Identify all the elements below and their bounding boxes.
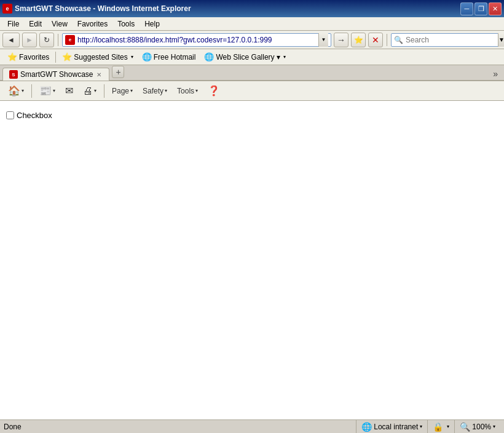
help-icon: ❓ [208,85,220,97]
menu-file[interactable]: File [2,18,24,30]
lock-icon: 🔒 [433,422,443,432]
ie-icon: e [2,4,12,14]
status-text: Done [4,423,356,431]
menu-view[interactable]: View [47,18,73,30]
url-bar-container: e ▼ [62,33,331,47]
search-go-button[interactable]: ▼ [498,33,504,47]
safety-button[interactable]: Safety ▾ [138,84,171,98]
separator2 [387,34,387,46]
favorites-star-icon: ⭐ [7,52,17,62]
home-chevron: ▾ [22,88,24,93]
url-input[interactable] [77,36,318,44]
checkbox-demo: Checkbox [6,111,498,120]
fav-suggested-sites[interactable]: ⭐ Suggested Sites ▾ [58,51,136,63]
checkbox-label: Checkbox [17,111,52,120]
home-button[interactable]: 🏠 ▾ [4,82,28,99]
suggested-sites-chevron: ▾ [131,54,133,60]
zone-dropdown[interactable]: ▾ [420,424,422,429]
url-favicon: e [65,35,75,45]
print-icon: 🖨 [83,85,93,97]
menu-help[interactable]: Help [140,18,165,30]
window-title: SmartGWT Showcase - Windows Internet Exp… [15,4,191,13]
rss-chevron: ▾ [53,88,55,93]
separator [58,34,58,46]
go-button[interactable]: → [334,33,348,47]
fav-free-hotmail[interactable]: 🌐 Free Hotmail [138,51,200,63]
web-slice-label: Web Slice Gallery ▾ [216,53,280,62]
rss-feed-button[interactable]: 📰 ▾ [35,82,60,99]
zoom-icon: 🔍 [460,422,470,432]
tabs-bar: S SmartGWT Showcase ✕ + » [0,65,504,81]
web-slice-icon: 🌐 [204,52,214,62]
url-dropdown-button[interactable]: ▼ [318,33,328,47]
web-slice-chevron: ▾ [283,54,286,60]
favorites-label: Favorites [19,53,49,62]
title-bar: e SmartGWT Showcase - Windows Internet E… [0,0,504,17]
zoom-section: 🔍 100% ▾ [454,420,500,433]
back-button[interactable]: ◄ [2,33,20,47]
search-icon: 🔍 [394,36,403,44]
stop-button[interactable]: ✕ [368,33,383,47]
print-chevron: ▾ [94,88,96,93]
tabs-right-controls: » [489,68,502,80]
help-button[interactable]: ❓ [203,82,224,99]
tab-smartgwt[interactable]: S SmartGWT Showcase ✕ [2,68,109,81]
tab-close-button[interactable]: ✕ [95,71,103,78]
print-button[interactable]: 🖨 ▾ [79,83,101,99]
new-tab-button[interactable]: + [112,66,124,78]
forward-button[interactable]: ► [22,33,37,47]
close-button[interactable]: ✕ [489,2,502,15]
safety-label: Safety [143,87,163,95]
tabs-extra-button[interactable]: » [489,68,502,80]
tab-label: SmartGWT Showcase [20,70,93,79]
zoom-dropdown[interactable]: ▾ [493,424,495,429]
add-to-favorites[interactable]: ⭐ [351,33,366,47]
safety-chevron: ▾ [165,88,167,93]
search-input[interactable] [406,36,498,44]
page-label: Page [112,87,129,95]
tab-favicon: S [9,70,18,79]
favorites-bar: ⭐ Favorites ⭐ Suggested Sites ▾ 🌐 Free H… [0,49,504,65]
rss-icon: 📰 [39,85,52,97]
menu-bar: File Edit View Favorites Tools Help [0,17,504,31]
refresh-button[interactable]: ↻ [39,33,54,47]
menu-tools[interactable]: Tools [112,18,140,30]
zone-icon: 🌐 [361,422,372,432]
nav-toolbar: 🏠 ▾ 📰 ▾ ✉ 🖨 ▾ Page ▾ Safety ▾ Tools ▾ ❓ [0,81,504,101]
tools-chevron: ▾ [195,88,198,93]
fav-web-slice-gallery[interactable]: 🌐 Web Slice Gallery ▾ ▾ [200,51,289,63]
zoom-label: 100% [472,423,491,431]
read-mail-button[interactable]: ✉ [61,82,77,99]
demo-checkbox[interactable] [6,111,14,119]
zone-section: 🌐 Local intranet ▾ [356,420,427,433]
page-chevron: ▾ [130,88,133,93]
protected-mode-section: 🔒 ▾ [427,420,454,433]
free-hotmail-label: Free Hotmail [154,53,196,62]
tools-label: Tools [177,87,194,95]
nav-sep2 [104,84,104,98]
hotmail-icon: 🌐 [142,52,152,62]
minimize-button[interactable]: ─ [460,2,473,15]
menu-edit[interactable]: Edit [24,18,47,30]
restore-button[interactable]: ❒ [474,2,487,15]
zone-label: Local intranet [374,423,418,431]
mail-icon: ✉ [65,85,73,97]
status-bar: Done 🌐 Local intranet ▾ 🔒 ▾ 🔍 100% ▾ [0,419,504,433]
content-area: Checkbox [0,101,504,419]
home-icon: 🏠 [8,85,20,97]
page-button[interactable]: Page ▾ [108,84,137,98]
suggested-sites-icon: ⭐ [62,52,72,62]
tools-button[interactable]: Tools ▾ [173,84,202,98]
search-container: 🔍 ▼ [391,33,502,47]
protected-dropdown[interactable]: ▾ [447,424,449,429]
nav-sep1 [31,84,32,98]
fav-separator [55,52,56,63]
title-bar-left: e SmartGWT Showcase - Windows Internet E… [2,4,191,14]
title-bar-controls: ─ ❒ ✕ [460,2,502,15]
favorites-button[interactable]: ⭐ Favorites [4,51,53,63]
suggested-sites-label: Suggested Sites [74,53,127,62]
address-bar: ◄ ► ↻ e ▼ → ⭐ ✕ 🔍 ▼ [0,31,504,49]
menu-favorites[interactable]: Favorites [73,18,112,30]
